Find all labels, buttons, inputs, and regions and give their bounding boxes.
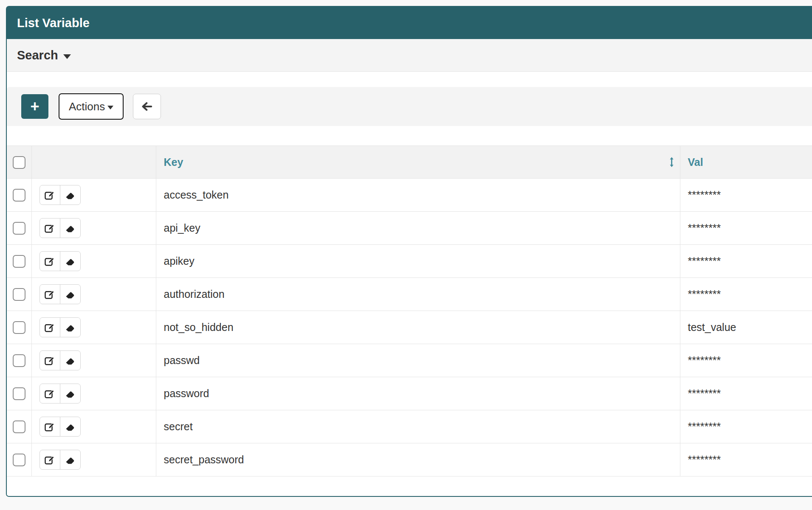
row-checkbox[interactable]: [13, 454, 25, 466]
list-variable-panel: List Variable Search + Actions: [6, 6, 812, 497]
table-header-row: Key Val: [7, 146, 812, 179]
row-actions: [39, 417, 81, 437]
row-checkbox[interactable]: [13, 189, 25, 202]
delete-button[interactable]: [60, 450, 80, 469]
edit-icon: [44, 190, 55, 201]
table-row: authorization ********: [7, 278, 812, 311]
edit-button[interactable]: [40, 252, 60, 271]
edit-button[interactable]: [40, 219, 60, 238]
page-title: List Variable: [7, 7, 812, 39]
edit-button[interactable]: [40, 351, 60, 370]
edit-button[interactable]: [40, 185, 60, 205]
row-checkbox[interactable]: [13, 354, 25, 367]
table-row: apikey ********: [7, 245, 812, 278]
delete-button[interactable]: [60, 285, 80, 304]
eraser-icon: [65, 190, 76, 201]
row-checkbox[interactable]: [13, 288, 25, 301]
table-row: passwd ********: [7, 344, 812, 377]
row-checkbox[interactable]: [13, 387, 25, 400]
add-variable-button[interactable]: +: [21, 94, 48, 119]
eraser-icon: [65, 421, 76, 432]
delete-button[interactable]: [60, 318, 80, 337]
plus-icon: +: [30, 99, 39, 114]
edit-icon: [44, 256, 55, 267]
table-row: secret_password ********: [7, 443, 812, 476]
eraser-icon: [65, 223, 76, 234]
row-actions: [39, 450, 81, 470]
back-button[interactable]: [133, 94, 161, 119]
table-row: password ********: [7, 377, 812, 410]
eraser-icon: [65, 388, 76, 399]
variables-table: Key Val: [7, 146, 812, 476]
row-actions: [39, 218, 81, 238]
search-dropdown-toggle[interactable]: Search: [7, 39, 812, 72]
variable-key: api_key: [156, 212, 680, 245]
row-checkbox[interactable]: [13, 420, 25, 433]
variable-key: secret_password: [156, 443, 680, 476]
val-column-header[interactable]: Val: [680, 146, 812, 179]
actions-column-header: [31, 146, 156, 179]
delete-button[interactable]: [60, 384, 80, 403]
edit-icon: [44, 289, 55, 300]
delete-button[interactable]: [60, 219, 80, 238]
variable-val: ********: [680, 377, 812, 410]
variable-key: access_token: [156, 179, 680, 212]
edit-icon: [44, 223, 55, 234]
row-checkbox[interactable]: [13, 321, 25, 334]
spacer: [7, 72, 812, 87]
variable-val: ********: [680, 245, 812, 278]
row-actions: [39, 185, 81, 205]
sort-vertical-icon[interactable]: [668, 157, 675, 167]
edit-icon: [44, 355, 55, 366]
variable-key: password: [156, 377, 680, 410]
edit-icon: [44, 388, 55, 399]
toolbar: + Actions: [7, 87, 812, 126]
edit-button[interactable]: [40, 450, 60, 469]
edit-button[interactable]: [40, 417, 60, 436]
variable-key: apikey: [156, 245, 680, 278]
row-actions: [39, 350, 81, 370]
variable-val: ********: [680, 344, 812, 377]
panel-footer: [7, 476, 812, 496]
table-row: not_so_hidden test_value: [7, 311, 812, 344]
row-checkbox[interactable]: [13, 255, 25, 268]
edit-icon: [44, 421, 55, 432]
eraser-icon: [65, 355, 76, 366]
edit-icon: [44, 454, 55, 465]
edit-button[interactable]: [40, 318, 60, 337]
edit-icon: [44, 322, 55, 333]
search-label: Search: [17, 48, 58, 62]
actions-dropdown-button[interactable]: Actions: [59, 93, 124, 120]
arrow-left-icon: [141, 101, 153, 112]
table-row: access_token ********: [7, 179, 812, 212]
variable-val: ********: [680, 179, 812, 212]
delete-button[interactable]: [60, 351, 80, 370]
row-actions: [39, 284, 81, 304]
caret-down-icon: [107, 106, 113, 109]
variable-val: ********: [680, 443, 812, 476]
table-body: access_token ********: [7, 179, 812, 476]
edit-button[interactable]: [40, 384, 60, 403]
row-actions: [39, 384, 81, 404]
edit-button[interactable]: [40, 285, 60, 304]
delete-button[interactable]: [60, 417, 80, 436]
table-row: secret ********: [7, 410, 812, 443]
row-checkbox[interactable]: [13, 222, 25, 235]
eraser-icon: [65, 454, 76, 465]
eraser-icon: [65, 322, 76, 333]
select-all-checkbox[interactable]: [13, 156, 25, 169]
variable-val: ********: [680, 278, 812, 311]
spacer: [7, 126, 812, 146]
eraser-icon: [65, 256, 76, 267]
delete-button[interactable]: [60, 185, 80, 205]
variable-key: passwd: [156, 344, 680, 377]
row-actions: [39, 251, 81, 271]
key-column-header[interactable]: Key: [156, 146, 680, 179]
actions-label: Actions: [69, 100, 105, 113]
eraser-icon: [65, 289, 76, 300]
variable-val: test_value: [680, 311, 812, 344]
table-row: api_key ********: [7, 212, 812, 245]
delete-button[interactable]: [60, 252, 80, 271]
caret-down-icon: [63, 54, 71, 59]
variable-val: ********: [680, 410, 812, 443]
